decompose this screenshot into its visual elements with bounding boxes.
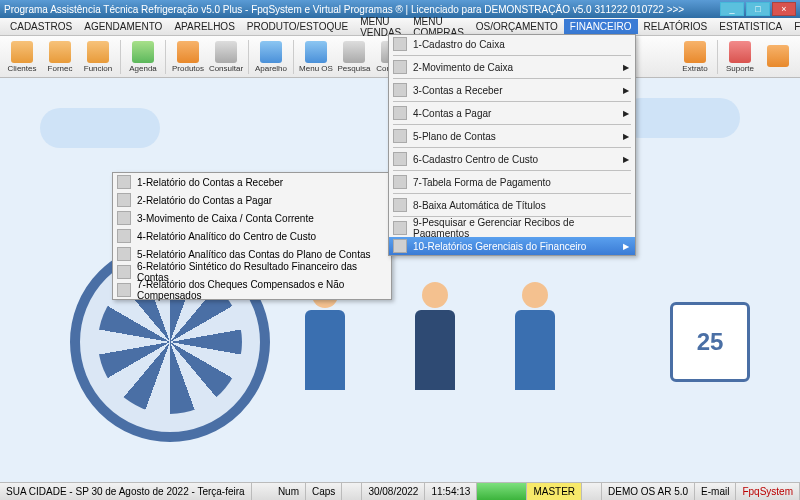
tool-funcion[interactable]: Funcion bbox=[80, 40, 116, 74]
tool-btn[interactable] bbox=[760, 44, 796, 69]
submenu-arrow-icon: ▶ bbox=[623, 63, 629, 72]
status-progress bbox=[477, 483, 527, 500]
menuitem-2[interactable]: 2-Movimento de Caixa▶ bbox=[389, 58, 635, 76]
Fornec-icon bbox=[49, 41, 71, 63]
menuitem-icon bbox=[393, 239, 407, 253]
submenuitem-1[interactable]: 1-Relatório do Contas a Receber bbox=[113, 173, 391, 191]
submenuitem-label: 1-Relatório do Contas a Receber bbox=[137, 177, 283, 188]
status-database: DEMO OS AR 5.0 bbox=[602, 483, 695, 500]
tool-pesquisa[interactable]: Pesquisa bbox=[336, 40, 372, 74]
relatorios-gerenciais-submenu: 1-Relatório do Contas a Receber2-Relatór… bbox=[112, 172, 392, 300]
menuitem-9[interactable]: 9-Pesquisar e Gerenciar Recibos de Pagam… bbox=[389, 219, 635, 237]
submenuitem-4[interactable]: 4-Relatório Analítico do Centro de Custo bbox=[113, 227, 391, 245]
status-location: SUA CIDADE - SP 30 de Agosto de 2022 - T… bbox=[0, 483, 252, 500]
Clientes-icon bbox=[11, 41, 33, 63]
submenuitem-label: 5-Relatório Analítico das Contas do Plan… bbox=[137, 249, 370, 260]
menuitem-icon bbox=[393, 106, 407, 120]
menu-estatistica[interactable]: ESTATISTICA bbox=[713, 19, 788, 34]
status-email[interactable]: E-mail bbox=[695, 483, 736, 500]
menuitem-4[interactable]: 4-Contas a Pagar▶ bbox=[389, 104, 635, 122]
menuitem-label: 6-Cadastro Centro de Custo bbox=[413, 154, 538, 165]
menu-financeiro[interactable]: FINANCEIRO bbox=[564, 19, 638, 34]
menu-relatrios[interactable]: RELATÓRIOS bbox=[638, 19, 714, 34]
tool-extrato[interactable]: Extrato bbox=[677, 40, 713, 74]
submenuitem-3[interactable]: 3-Movimento de Caixa / Conta Corrente bbox=[113, 209, 391, 227]
maximize-button[interactable]: □ bbox=[746, 2, 770, 16]
tool-label: Consultar bbox=[209, 64, 243, 73]
menuitem-icon bbox=[393, 37, 407, 51]
status-brand: FpqSystem bbox=[736, 483, 800, 500]
submenuitem-icon bbox=[117, 265, 131, 279]
tool-label: Produtos bbox=[172, 64, 204, 73]
tool-consultar[interactable]: Consultar bbox=[208, 40, 244, 74]
menu-osoramento[interactable]: OS/ORÇAMENTO bbox=[470, 19, 564, 34]
menuitem-5[interactable]: 5-Plano de Contas▶ bbox=[389, 127, 635, 145]
tool-produtos[interactable]: Produtos bbox=[170, 40, 206, 74]
submenuitem-2[interactable]: 2-Relatório do Contas a Pagar bbox=[113, 191, 391, 209]
tool-fornec[interactable]: Fornec bbox=[42, 40, 78, 74]
Pesquisa-icon bbox=[343, 41, 365, 63]
Suporte-icon bbox=[729, 41, 751, 63]
tool-menu os[interactable]: Menu OS bbox=[298, 40, 334, 74]
status-user: MASTER bbox=[527, 483, 582, 500]
tool-label: Menu OS bbox=[299, 64, 333, 73]
status-numlock: Num bbox=[272, 483, 306, 500]
menuitem-7[interactable]: 7-Tabela Forma de Pagamento bbox=[389, 173, 635, 191]
submenuitem-label: 7-Relatório dos Cheques Compensados e Nã… bbox=[137, 279, 383, 301]
menuitem-1[interactable]: 1-Cadastro do Caixa bbox=[389, 35, 635, 53]
technician-illustration bbox=[290, 282, 360, 442]
status-date: 30/08/2022 bbox=[362, 483, 425, 500]
menu-produtoestoque[interactable]: PRODUTO/ESTOQUE bbox=[241, 19, 354, 34]
submenuitem-label: 2-Relatório do Contas a Pagar bbox=[137, 195, 272, 206]
tool-suporte[interactable]: Suporte bbox=[722, 40, 758, 74]
menu-agendamento[interactable]: AGENDAMENTO bbox=[78, 19, 168, 34]
menuitem-label: 7-Tabela Forma de Pagamento bbox=[413, 177, 551, 188]
tool-label: Extrato bbox=[682, 64, 707, 73]
menu-ferramentas[interactable]: FERRAMENTAS bbox=[788, 19, 800, 34]
tool-label: Aparelho bbox=[255, 64, 287, 73]
menuitem-label: 2-Movimento de Caixa bbox=[413, 62, 513, 73]
status-time: 11:54:13 bbox=[425, 483, 477, 500]
menuitem-label: 1-Cadastro do Caixa bbox=[413, 39, 505, 50]
submenuitem-label: 3-Movimento de Caixa / Conta Corrente bbox=[137, 213, 314, 224]
status-capslock: Caps bbox=[306, 483, 342, 500]
menuitem-icon bbox=[393, 221, 407, 235]
menu-cadastros[interactable]: CADASTROS bbox=[4, 19, 78, 34]
Produtos-icon bbox=[177, 41, 199, 63]
menuitem-6[interactable]: 6-Cadastro Centro de Custo▶ bbox=[389, 150, 635, 168]
menu-aparelhos[interactable]: APARELHOS bbox=[168, 19, 240, 34]
menuitem-icon bbox=[393, 152, 407, 166]
tool-clientes[interactable]: Clientes bbox=[4, 40, 40, 74]
tool-label: Fornec bbox=[48, 64, 73, 73]
submenu-arrow-icon: ▶ bbox=[623, 132, 629, 141]
window-controls: _ □ × bbox=[720, 2, 796, 16]
tool-label: Pesquisa bbox=[338, 64, 371, 73]
submenuitem-7[interactable]: 7-Relatório dos Cheques Compensados e Nã… bbox=[113, 281, 391, 299]
menuitem-icon bbox=[393, 129, 407, 143]
submenu-arrow-icon: ▶ bbox=[623, 86, 629, 95]
tool-label: Suporte bbox=[726, 64, 754, 73]
financeiro-menu: 1-Cadastro do Caixa2-Movimento de Caixa▶… bbox=[388, 34, 636, 256]
statusbar: SUA CIDADE - SP 30 de Agosto de 2022 - T… bbox=[0, 482, 800, 500]
Extrato-icon bbox=[684, 41, 706, 63]
close-button[interactable]: × bbox=[772, 2, 796, 16]
menuitem-1[interactable]: 10-Relatórios Gerenciais do Financeiro▶ bbox=[389, 237, 635, 255]
submenuitem-icon bbox=[117, 193, 131, 207]
tool-aparelho[interactable]: Aparelho bbox=[253, 40, 289, 74]
submenu-arrow-icon: ▶ bbox=[623, 155, 629, 164]
tool-agenda[interactable]: Agenda bbox=[125, 40, 161, 74]
Funcion-icon bbox=[87, 41, 109, 63]
menuitem-8[interactable]: 8-Baixa Automática de Títulos bbox=[389, 196, 635, 214]
tool-label: Funcion bbox=[84, 64, 112, 73]
menuitem-icon bbox=[393, 83, 407, 97]
menuitem-label: 4-Contas a Pagar bbox=[413, 108, 491, 119]
submenuitem-icon bbox=[117, 211, 131, 225]
submenuitem-icon bbox=[117, 229, 131, 243]
technician-illustration bbox=[500, 282, 570, 442]
menuitem-icon bbox=[393, 175, 407, 189]
ac-unit-illustration: 25 bbox=[670, 302, 750, 382]
minimize-button[interactable]: _ bbox=[720, 2, 744, 16]
submenuitem-icon bbox=[117, 283, 131, 297]
menuitem-3[interactable]: 3-Contas a Receber▶ bbox=[389, 81, 635, 99]
menuitem-label: 9-Pesquisar e Gerenciar Recibos de Pagam… bbox=[413, 217, 621, 239]
